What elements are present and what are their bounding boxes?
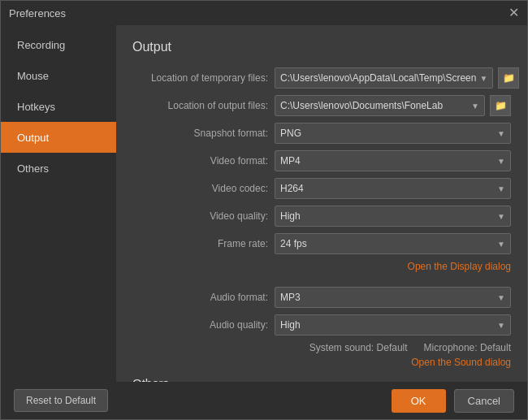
sidebar-item-mouse[interactable]: Mouse	[1, 60, 116, 91]
output-files-value: C:\Users\lenovo\Documents\FoneLab	[280, 100, 443, 111]
others-section-title: Others	[132, 376, 511, 382]
snapshot-format-control: PNG ▼	[275, 123, 511, 144]
open-display-dialog-link[interactable]: Open the Display dialog	[132, 261, 511, 272]
frame-rate-select[interactable]: 24 fps ▼	[275, 233, 511, 254]
content-area: Recording Mouse Hotkeys Output Others Ou…	[1, 25, 527, 382]
snapshot-format-row: Snapshot format: PNG ▼	[132, 123, 511, 144]
audio-quality-control: High ▼	[275, 314, 511, 336]
video-quality-select[interactable]: High ▼	[275, 206, 511, 227]
ok-button[interactable]: OK	[392, 389, 446, 413]
audio-status-row: System sound: Default Microphone: Defaul…	[132, 342, 511, 353]
sidebar-item-output[interactable]: Output	[1, 122, 116, 153]
footer-right-buttons: OK Cancel	[392, 389, 514, 413]
chevron-down-icon: ▼	[497, 212, 505, 221]
output-files-control: C:\Users\lenovo\Documents\FoneLab ▼ 📁	[275, 95, 511, 116]
video-format-row: Video format: MP4 ▼	[132, 150, 511, 171]
chevron-down-icon: ▼	[497, 240, 505, 249]
audio-format-control: MP3 ▼	[275, 287, 511, 308]
output-files-select[interactable]: C:\Users\lenovo\Documents\FoneLab ▼	[275, 95, 485, 116]
frame-rate-row: Frame rate: 24 fps ▼	[132, 233, 511, 254]
title-bar: Preferences ✕	[1, 1, 527, 25]
temp-files-control: C:\Users\lenovo\AppData\Local\Temp\Scree…	[275, 67, 519, 89]
video-codec-select[interactable]: H264 ▼	[275, 178, 511, 199]
folder-icon: 📁	[495, 100, 507, 111]
video-quality-control: High ▼	[275, 206, 511, 227]
main-content: Output Location of temporary files: C:\U…	[116, 25, 527, 382]
system-sound-value: Default	[377, 342, 408, 353]
open-sound-dialog-link[interactable]: Open the Sound dialog	[132, 357, 511, 368]
video-codec-label: Video codec:	[132, 183, 275, 194]
others-section: Others Enable hardware acceleration	[132, 376, 511, 382]
audio-format-label: Audio format:	[132, 292, 275, 303]
video-quality-value: High	[280, 210, 301, 222]
audio-quality-select[interactable]: High ▼	[275, 314, 511, 336]
frame-rate-value: 24 fps	[280, 238, 307, 249]
video-format-value: MP4	[280, 155, 301, 167]
audio-quality-label: Audio quality:	[132, 319, 275, 331]
chevron-down-icon: ▼	[497, 184, 505, 193]
video-format-control: MP4 ▼	[275, 150, 511, 171]
reset-to-default-button[interactable]: Reset to Default	[14, 389, 108, 412]
output-files-label: Location of output files:	[132, 100, 275, 111]
audio-format-row: Audio format: MP3 ▼	[132, 287, 511, 308]
chevron-down-icon: ▼	[497, 157, 505, 166]
sidebar-item-recording[interactable]: Recording	[1, 29, 116, 60]
video-codec-row: Video codec: H264 ▼	[132, 178, 511, 199]
output-files-row: Location of output files: C:\Users\lenov…	[132, 95, 511, 116]
sidebar-item-hotkeys[interactable]: Hotkeys	[1, 91, 116, 122]
chevron-down-icon: ▼	[497, 129, 505, 138]
audio-format-select[interactable]: MP3 ▼	[275, 287, 511, 308]
chevron-down-icon: ▼	[497, 321, 505, 330]
frame-rate-label: Frame rate:	[132, 238, 275, 249]
folder-icon: 📁	[503, 72, 515, 84]
cancel-button[interactable]: Cancel	[454, 389, 514, 413]
frame-rate-control: 24 fps ▼	[275, 233, 511, 254]
video-quality-label: Video quality:	[132, 210, 275, 222]
output-section-title: Output	[132, 40, 511, 54]
temp-files-row: Location of temporary files: C:\Users\le…	[132, 67, 511, 89]
audio-format-value: MP3	[280, 292, 301, 303]
chevron-down-icon: ▼	[479, 74, 487, 83]
video-codec-value: H264	[280, 183, 304, 194]
close-button[interactable]: ✕	[509, 6, 519, 19]
snapshot-format-label: Snapshot format:	[132, 128, 275, 139]
temp-files-select[interactable]: C:\Users\lenovo\AppData\Local\Temp\Scree…	[275, 67, 493, 89]
audio-quality-row: Audio quality: High ▼	[132, 314, 511, 336]
temp-files-label: Location of temporary files:	[132, 72, 275, 84]
chevron-down-icon: ▼	[471, 102, 479, 110]
microphone-label: Microphone: Default	[424, 342, 511, 353]
snapshot-format-value: PNG	[280, 128, 301, 139]
video-quality-row: Video quality: High ▼	[132, 206, 511, 227]
sidebar: Recording Mouse Hotkeys Output Others	[1, 25, 116, 382]
system-sound-label: System sound: Default	[309, 342, 408, 353]
preferences-dialog: Preferences ✕ Recording Mouse Hotkeys Ou…	[0, 0, 528, 420]
video-format-select[interactable]: MP4 ▼	[275, 150, 511, 171]
snapshot-format-select[interactable]: PNG ▼	[275, 123, 511, 144]
video-format-label: Video format:	[132, 155, 275, 167]
output-files-folder-button[interactable]: 📁	[490, 95, 511, 116]
audio-quality-value: High	[280, 319, 301, 331]
dialog-title: Preferences	[9, 7, 66, 19]
video-codec-control: H264 ▼	[275, 178, 511, 199]
footer: Reset to Default OK Cancel	[1, 382, 527, 419]
temp-files-value: C:\Users\lenovo\AppData\Local\Temp\Scree…	[280, 72, 476, 84]
temp-files-folder-button[interactable]: 📁	[498, 67, 519, 89]
microphone-value: Default	[480, 342, 511, 353]
sidebar-item-others[interactable]: Others	[1, 153, 116, 184]
chevron-down-icon: ▼	[497, 293, 505, 302]
